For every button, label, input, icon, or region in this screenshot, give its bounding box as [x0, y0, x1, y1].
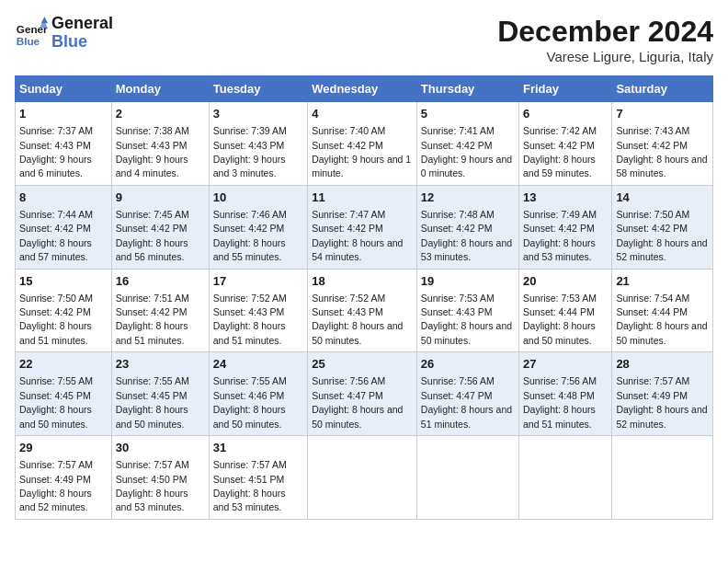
- cell-daylight: Daylight: 8 hours and 50 minutes.: [421, 320, 512, 345]
- day-number: 14: [616, 190, 709, 206]
- day-number: 27: [523, 356, 608, 373]
- day-number: 26: [421, 356, 515, 373]
- cell-daylight: Daylight: 8 hours and 53 minutes.: [421, 237, 512, 262]
- cell-sunrise: Sunrise: 7:52 AM: [213, 293, 287, 304]
- calendar-cell: [612, 436, 713, 520]
- calendar-cell: 11Sunrise: 7:47 AMSunset: 4:42 PMDayligh…: [308, 185, 417, 269]
- calendar-cell: 18Sunrise: 7:52 AMSunset: 4:43 PMDayligh…: [308, 269, 417, 352]
- day-number: 30: [116, 440, 205, 456]
- cell-daylight: Daylight: 8 hours and 59 minutes.: [523, 154, 596, 178]
- calendar-cell: 4Sunrise: 7:40 AMSunset: 4:42 PMDaylight…: [308, 102, 417, 186]
- col-header-wednesday: Wednesday: [308, 76, 417, 102]
- cell-sunset: Sunset: 4:44 PM: [616, 306, 688, 317]
- col-header-tuesday: Tuesday: [209, 76, 307, 102]
- cell-daylight: Daylight: 8 hours and 50 minutes.: [523, 320, 596, 345]
- calendar-cell: 1Sunrise: 7:37 AMSunset: 4:43 PMDaylight…: [16, 102, 112, 186]
- calendar-cell: 17Sunrise: 7:52 AMSunset: 4:43 PMDayligh…: [209, 269, 307, 352]
- calendar-cell: 6Sunrise: 7:42 AMSunset: 4:42 PMDaylight…: [519, 102, 612, 186]
- cell-sunset: Sunset: 4:50 PM: [116, 474, 188, 485]
- cell-sunrise: Sunrise: 7:54 AM: [616, 293, 689, 304]
- cell-sunset: Sunset: 4:44 PM: [523, 306, 595, 317]
- calendar-cell: 12Sunrise: 7:48 AMSunset: 4:42 PMDayligh…: [416, 185, 518, 269]
- cell-sunset: Sunset: 4:42 PM: [312, 223, 383, 234]
- cell-sunrise: Sunrise: 7:45 AM: [116, 209, 189, 220]
- cell-sunset: Sunset: 4:42 PM: [116, 306, 188, 317]
- calendar-cell: 29Sunrise: 7:57 AMSunset: 4:49 PMDayligh…: [16, 436, 112, 520]
- day-number: 21: [616, 273, 709, 290]
- calendar-cell: 9Sunrise: 7:45 AMSunset: 4:42 PMDaylight…: [111, 185, 209, 269]
- cell-daylight: Daylight: 8 hours and 51 minutes.: [213, 320, 286, 345]
- cell-daylight: Daylight: 8 hours and 54 minutes.: [312, 237, 403, 262]
- cell-sunrise: Sunrise: 7:52 AM: [312, 293, 385, 304]
- cell-daylight: Daylight: 8 hours and 51 minutes.: [19, 320, 92, 345]
- logo: General Blue General Blue: [15, 15, 113, 52]
- calendar-cell: 20Sunrise: 7:53 AMSunset: 4:44 PMDayligh…: [519, 269, 612, 352]
- calendar-week-row: 1Sunrise: 7:37 AMSunset: 4:43 PMDaylight…: [16, 102, 713, 186]
- cell-sunrise: Sunrise: 7:39 AM: [213, 125, 287, 136]
- day-number: 16: [116, 273, 205, 290]
- calendar-cell: 14Sunrise: 7:50 AMSunset: 4:42 PMDayligh…: [612, 185, 713, 269]
- calendar-week-row: 15Sunrise: 7:50 AMSunset: 4:42 PMDayligh…: [16, 269, 713, 352]
- day-number: 7: [616, 106, 709, 122]
- cell-sunrise: Sunrise: 7:53 AM: [523, 293, 597, 304]
- cell-daylight: Daylight: 8 hours and 57 minutes.: [19, 237, 92, 262]
- calendar-cell: 8Sunrise: 7:44 AMSunset: 4:42 PMDaylight…: [16, 185, 112, 269]
- cell-daylight: Daylight: 9 hours and 3 minutes.: [213, 154, 286, 178]
- cell-sunset: Sunset: 4:43 PM: [213, 306, 285, 317]
- cell-daylight: Daylight: 9 hours and 6 minutes.: [19, 154, 92, 178]
- calendar-cell: 2Sunrise: 7:38 AMSunset: 4:43 PMDaylight…: [111, 102, 209, 186]
- cell-sunrise: Sunrise: 7:57 AM: [616, 375, 689, 386]
- calendar-cell: 16Sunrise: 7:51 AMSunset: 4:42 PMDayligh…: [111, 269, 209, 352]
- calendar-cell: 7Sunrise: 7:43 AMSunset: 4:42 PMDaylight…: [612, 102, 713, 186]
- cell-daylight: Daylight: 8 hours and 52 minutes.: [616, 237, 707, 262]
- page-subtitle: Varese Ligure, Liguria, Italy: [497, 49, 713, 64]
- calendar-cell: 28Sunrise: 7:57 AMSunset: 4:49 PMDayligh…: [612, 352, 713, 436]
- calendar-week-row: 22Sunrise: 7:55 AMSunset: 4:45 PMDayligh…: [16, 352, 713, 436]
- day-number: 2: [116, 106, 205, 122]
- col-header-monday: Monday: [111, 76, 209, 102]
- day-number: 31: [213, 440, 303, 456]
- cell-sunrise: Sunrise: 7:56 AM: [312, 375, 385, 386]
- cell-sunrise: Sunrise: 7:55 AM: [19, 375, 93, 386]
- calendar-cell: 27Sunrise: 7:56 AMSunset: 4:48 PMDayligh…: [519, 352, 612, 436]
- cell-daylight: Daylight: 8 hours and 53 minutes.: [213, 488, 286, 512]
- calendar-week-row: 29Sunrise: 7:57 AMSunset: 4:49 PMDayligh…: [16, 436, 713, 520]
- cell-sunrise: Sunrise: 7:43 AM: [616, 125, 689, 136]
- calendar-cell: 31Sunrise: 7:57 AMSunset: 4:51 PMDayligh…: [209, 436, 307, 520]
- cell-sunrise: Sunrise: 7:50 AM: [19, 293, 93, 304]
- cell-daylight: Daylight: 8 hours and 53 minutes.: [116, 488, 188, 512]
- calendar-cell: 24Sunrise: 7:55 AMSunset: 4:46 PMDayligh…: [209, 352, 307, 436]
- cell-sunset: Sunset: 4:47 PM: [421, 390, 493, 401]
- logo-general: General: [51, 15, 113, 33]
- cell-daylight: Daylight: 8 hours and 55 minutes.: [213, 237, 286, 262]
- col-header-thursday: Thursday: [416, 76, 518, 102]
- cell-sunrise: Sunrise: 7:57 AM: [116, 459, 189, 470]
- day-number: 11: [312, 190, 413, 206]
- calendar-cell: 30Sunrise: 7:57 AMSunset: 4:50 PMDayligh…: [111, 436, 209, 520]
- page-title: December 2024: [497, 15, 713, 49]
- cell-sunset: Sunset: 4:42 PM: [19, 306, 91, 317]
- day-number: 24: [213, 356, 303, 373]
- calendar-cell: 23Sunrise: 7:55 AMSunset: 4:45 PMDayligh…: [111, 352, 209, 436]
- calendar-cell: 10Sunrise: 7:46 AMSunset: 4:42 PMDayligh…: [209, 185, 307, 269]
- cell-sunrise: Sunrise: 7:41 AM: [421, 125, 495, 136]
- cell-sunset: Sunset: 4:43 PM: [116, 140, 188, 151]
- day-number: 20: [523, 273, 608, 290]
- cell-sunrise: Sunrise: 7:56 AM: [421, 375, 495, 386]
- calendar-cell: 26Sunrise: 7:56 AMSunset: 4:47 PMDayligh…: [416, 352, 518, 436]
- cell-sunset: Sunset: 4:43 PM: [19, 140, 91, 151]
- cell-sunrise: Sunrise: 7:38 AM: [116, 125, 189, 136]
- day-number: 12: [421, 190, 515, 206]
- cell-sunrise: Sunrise: 7:57 AM: [213, 459, 287, 470]
- cell-sunrise: Sunrise: 7:37 AM: [19, 125, 93, 136]
- cell-sunrise: Sunrise: 7:56 AM: [523, 375, 597, 386]
- calendar-header-row: SundayMondayTuesdayWednesdayThursdayFrid…: [16, 76, 713, 102]
- day-number: 9: [116, 190, 205, 206]
- cell-sunrise: Sunrise: 7:49 AM: [523, 209, 597, 220]
- col-header-sunday: Sunday: [16, 76, 112, 102]
- page-header: General Blue General Blue December 2024 …: [15, 15, 713, 64]
- calendar-cell: 5Sunrise: 7:41 AMSunset: 4:42 PMDaylight…: [416, 102, 518, 186]
- calendar-cell: 19Sunrise: 7:53 AMSunset: 4:43 PMDayligh…: [416, 269, 518, 352]
- cell-sunset: Sunset: 4:48 PM: [523, 390, 595, 401]
- cell-daylight: Daylight: 8 hours and 52 minutes.: [616, 404, 707, 429]
